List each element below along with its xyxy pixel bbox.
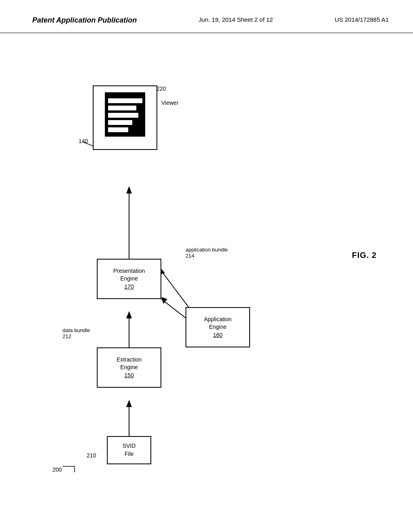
application-engine-box: Application Engine 160 xyxy=(186,307,250,347)
application-engine-label: Application Engine 160 xyxy=(204,316,232,339)
stripe-2 xyxy=(108,106,136,110)
extraction-engine-box: Extraction Engine 150 xyxy=(97,347,161,388)
patent-number: US 2014/172885 A1 xyxy=(335,16,389,23)
viewer-ref: 220 xyxy=(156,85,166,92)
svg-marker-7 xyxy=(161,297,167,304)
stripe-5 xyxy=(108,127,128,132)
stripe-4 xyxy=(108,120,132,125)
svg-marker-1 xyxy=(126,400,132,407)
publication-title: Patent Application Publication xyxy=(32,16,137,25)
ref-200: 200 xyxy=(52,466,62,473)
viewer-box xyxy=(93,85,157,150)
presentation-engine-label: Presentation Engine 170 xyxy=(113,267,145,291)
diagram-area: Viewer 220 140 Presentation Engine 170 d… xyxy=(0,33,413,517)
app-bundle-label: application bundle 214 xyxy=(186,247,228,259)
svid-ref: 210 xyxy=(87,452,96,459)
sheet-info: Jun. 19, 2014 Sheet 2 of 12 xyxy=(198,16,273,23)
figure-label: FIG. 2 xyxy=(352,251,377,260)
presentation-engine-box: Presentation Engine 170 xyxy=(97,259,161,299)
diagram-arrows xyxy=(0,33,413,517)
data-bundle-label: data bundle 212 xyxy=(63,327,90,339)
stripe-3 xyxy=(108,113,138,118)
svg-marker-5 xyxy=(126,186,132,193)
viewer-label: Viewer xyxy=(161,100,179,106)
svid-file-box: SVID File xyxy=(107,436,151,464)
page-header: Patent Application Publication Jun. 19, … xyxy=(0,0,413,33)
svid-file-label: SVID File xyxy=(123,442,136,458)
extraction-engine-label: Extraction Engine 150 xyxy=(117,356,142,380)
viewer-icon xyxy=(105,92,145,137)
stripe-1 xyxy=(108,98,142,103)
svg-marker-3 xyxy=(126,311,132,318)
ref-140: 140 xyxy=(79,138,88,144)
